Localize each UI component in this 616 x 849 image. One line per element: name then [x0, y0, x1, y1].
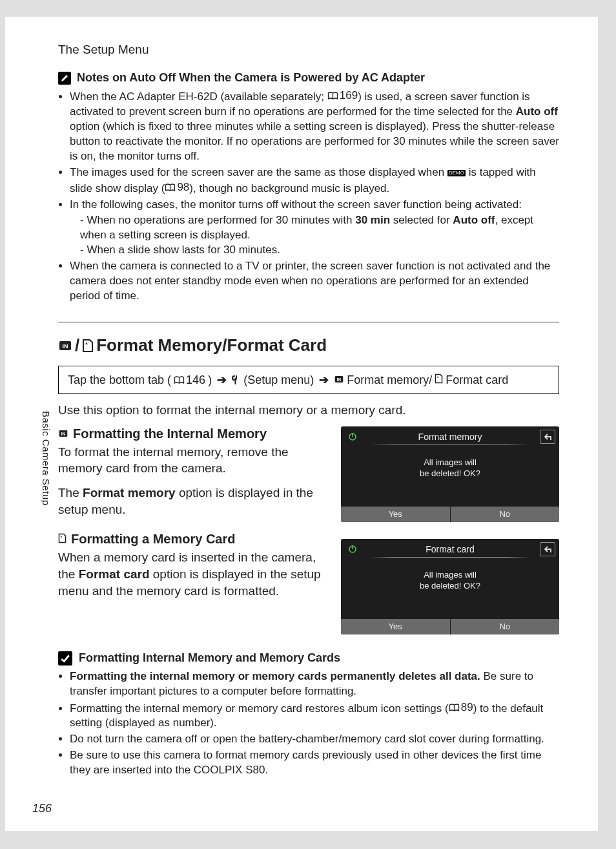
note-item: Formatting the internal memory or memory… [70, 700, 559, 731]
cam-yes-button: Yes [341, 619, 450, 634]
power-icon [346, 543, 359, 556]
manual-page: Basic Camera Setup The Setup Menu Notes … [5, 17, 598, 831]
cam-message: All images will be deleted! OK? [341, 570, 559, 592]
camera-screen-format-memory: Format memory All images will be deleted… [341, 426, 559, 522]
cam-message: All images will be deleted! OK? [341, 457, 559, 479]
sd-card-icon [82, 339, 94, 353]
pencil-icon [58, 72, 71, 85]
arrow-icon: ➔ [319, 373, 329, 387]
page-ref-icon: 146 [174, 373, 205, 387]
cam-title: Format memory [376, 432, 524, 443]
body-text: When a memory card is inserted in the ca… [58, 549, 327, 599]
cam-yes-button: Yes [341, 507, 450, 522]
internal-memory-icon [334, 373, 344, 387]
note-item: In the following cases, the monitor turn… [70, 198, 559, 258]
back-icon [540, 542, 555, 556]
sub-note: When a slide show lasts for 30 minutes. [80, 243, 559, 258]
page-number: 156 [32, 802, 52, 815]
section-divider [58, 322, 559, 322]
back-icon [540, 430, 555, 444]
subheading-card: Formatting a Memory Card [58, 532, 327, 547]
internal-memory-icon [58, 426, 68, 441]
page-ref-icon: 169 [327, 89, 358, 103]
note-title: Notes on Auto Off When the Camera is Pow… [77, 71, 425, 85]
subheading-internal: Formatting the Internal Memory [58, 426, 327, 441]
note-item: When the AC Adapter EH-62D (available se… [70, 89, 559, 164]
internal-memory-icon [58, 339, 72, 352]
section-title-format: / Format Memory/Format Card [58, 335, 559, 355]
note-item: Be sure to use this camera to format mem… [70, 748, 559, 778]
note-item: When the camera is connected to a TV or … [70, 259, 559, 304]
format-info-notes: Formatting the internal memory or memory… [58, 669, 559, 779]
auto-off-notes: When the AC Adapter EH-62D (available se… [58, 89, 559, 304]
camera-screen-format-card: Format card All images will be deleted! … [341, 539, 559, 634]
cam-no-button: No [451, 619, 560, 634]
format-intro: Use this option to format the internal m… [58, 402, 559, 419]
note-item: The images used for the screen saver are… [70, 165, 559, 196]
check-icon [58, 651, 72, 666]
body-text: The Format memory option is displayed in… [58, 485, 327, 518]
wrench-icon [232, 373, 241, 387]
page-ref-icon: 89 [449, 700, 473, 715]
chapter-title: The Setup Menu [58, 43, 559, 57]
cam-title: Format card [376, 544, 524, 556]
sub-note: When no operations are performed for 30 … [80, 213, 559, 243]
navigation-path: Tap the bottom tab ( 146) ➔ (Setup menu)… [58, 366, 559, 394]
note-item: Do not turn the camera off or open the b… [70, 732, 559, 747]
body-text: To format the internal memory, remove th… [58, 444, 327, 477]
note-item: Formatting the internal memory or memory… [70, 669, 559, 699]
demo-icon: DEMO [447, 170, 466, 176]
note-heading-auto-off: Notes on Auto Off When the Camera is Pow… [58, 71, 559, 85]
cam-no-button: No [451, 507, 560, 522]
sd-card-icon [58, 532, 67, 547]
sd-card-icon [435, 373, 443, 387]
page-ref-icon: 98 [165, 180, 189, 195]
info-heading-formatting: Formatting Internal Memory and Memory Ca… [58, 651, 559, 666]
side-label: Basic Camera Setup [41, 411, 52, 506]
power-icon [346, 430, 359, 443]
arrow-icon: ➔ [217, 373, 227, 387]
